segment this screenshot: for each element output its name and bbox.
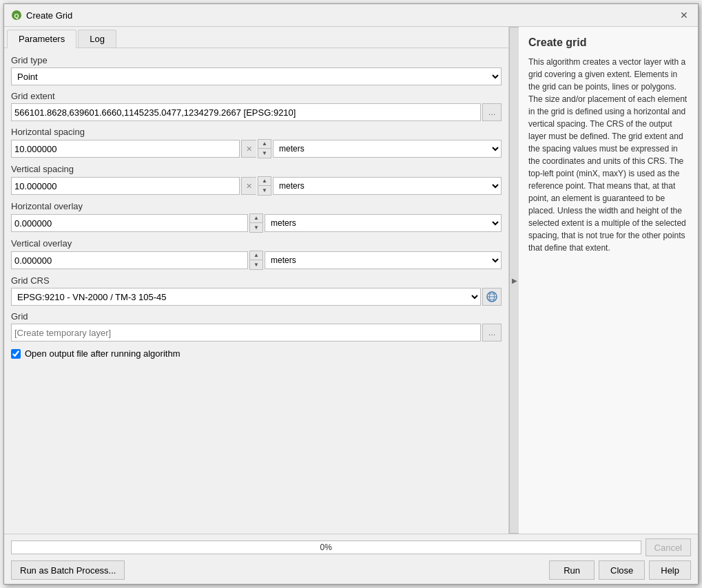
crs-globe-button[interactable]: [482, 288, 502, 306]
svg-text:Q: Q: [14, 12, 19, 19]
grid-crs-label: Grid CRS: [11, 275, 502, 286]
horizontal-overlay-up-button[interactable]: ▲: [250, 214, 262, 223]
progress-text: 0%: [320, 543, 332, 552]
vertical-overlay-down-button[interactable]: ▼: [250, 260, 262, 269]
horizontal-spacing-clear-button[interactable]: ✕: [241, 140, 256, 158]
horizontal-overlay-spinner: ▲ ▼: [249, 213, 263, 233]
title-bar: Q Create Grid ✕: [4, 4, 698, 27]
cancel-button[interactable]: Cancel: [646, 538, 691, 556]
batch-process-button[interactable]: Run as Batch Process...: [11, 560, 125, 580]
vertical-spacing-spinner: ▲ ▼: [258, 176, 271, 196]
help-text: This algorithm creates a vector layer wi…: [528, 56, 688, 254]
vertical-spacing-input[interactable]: [11, 177, 240, 195]
grid-crs-row: EPSG:9210 - VN-2000 / TM-3 105-45: [11, 288, 502, 306]
close-icon[interactable]: ✕: [677, 8, 691, 22]
vertical-overlay-spinner: ▲ ▼: [249, 251, 263, 270]
right-panel: Create grid This algorithm creates a vec…: [519, 27, 698, 534]
vertical-spacing-clear-button[interactable]: ✕: [241, 177, 256, 195]
panel-collapse-button[interactable]: ▶: [509, 27, 519, 534]
grid-type-select[interactable]: Point Line Rectangle (Polygon) Diamond (…: [11, 67, 502, 85]
horizontal-spacing-units-select[interactable]: meters feet degrees: [273, 140, 502, 158]
tab-parameters[interactable]: Parameters: [7, 30, 76, 48]
horizontal-spacing-input[interactable]: [11, 140, 240, 158]
horizontal-spacing-up-button[interactable]: ▲: [258, 140, 271, 149]
extent-browse-button[interactable]: …: [482, 103, 502, 121]
bottom-bar: 0% Cancel Run as Batch Process... Run Cl…: [4, 534, 698, 584]
horizontal-spacing-down-button[interactable]: ▼: [258, 149, 271, 158]
grid-type-row: Point Line Rectangle (Polygon) Diamond (…: [11, 67, 502, 85]
horizontal-spacing-spinner: ▲ ▼: [258, 139, 271, 158]
vertical-overlay-up-button[interactable]: ▲: [250, 251, 262, 260]
progress-row: 0% Cancel: [11, 538, 691, 556]
grid-output-input[interactable]: [11, 324, 481, 342]
vertical-overlay-input[interactable]: [11, 251, 248, 269]
open-output-checkbox[interactable]: [11, 349, 21, 359]
grid-extent-input[interactable]: [11, 103, 481, 121]
qgis-icon: Q: [11, 10, 22, 21]
close-dialog-button[interactable]: Close: [599, 560, 645, 580]
left-panel: Parameters Log Grid type Point Line Rect…: [4, 27, 509, 534]
horizontal-overlay-down-button[interactable]: ▼: [250, 223, 262, 232]
vertical-spacing-up-button[interactable]: ▲: [258, 177, 271, 186]
dialog-title: Create Grid: [26, 10, 673, 21]
grid-extent-label: Grid extent: [11, 91, 502, 101]
open-output-row: Open output file after running algorithm: [11, 348, 502, 359]
action-row: Run as Batch Process... Run Close Help: [11, 560, 691, 580]
grid-output-label: Grid: [11, 311, 502, 322]
create-grid-dialog: Q Create Grid ✕ Parameters Log Grid type…: [3, 3, 699, 585]
vertical-spacing-units-select[interactable]: meters feet degrees: [273, 177, 502, 195]
help-title: Create grid: [528, 36, 688, 49]
horizontal-spacing-row: ✕ ▲ ▼ meters feet degrees: [11, 139, 502, 158]
output-browse-button[interactable]: …: [482, 324, 502, 342]
tab-log[interactable]: Log: [78, 30, 116, 48]
vertical-spacing-label: Vertical spacing: [11, 164, 502, 174]
grid-extent-row: …: [11, 103, 502, 121]
horizontal-overlay-input[interactable]: [11, 214, 248, 232]
grid-type-label: Grid type: [11, 55, 502, 65]
globe-icon: [486, 291, 498, 303]
vertical-spacing-down-button[interactable]: ▼: [258, 186, 271, 195]
grid-output-row: …: [11, 324, 502, 342]
grid-crs-select[interactable]: EPSG:9210 - VN-2000 / TM-3 105-45: [11, 288, 481, 306]
horizontal-spacing-label: Horizontal spacing: [11, 127, 502, 137]
run-button[interactable]: Run: [549, 560, 595, 580]
vertical-overlay-row: ▲ ▼ meters feet degrees: [11, 251, 502, 270]
vertical-spacing-row: ✕ ▲ ▼ meters feet degrees: [11, 176, 502, 196]
parameters-area: Grid type Point Line Rectangle (Polygon)…: [4, 48, 508, 534]
tabs: Parameters Log: [4, 27, 508, 48]
right-action-buttons: Run Close Help: [549, 560, 691, 580]
vertical-overlay-label: Vertical overlay: [11, 238, 502, 249]
open-output-label: Open output file after running algorithm: [25, 348, 180, 359]
horizontal-overlay-units-select[interactable]: meters feet degrees: [265, 214, 502, 232]
horizontal-overlay-row: ▲ ▼ meters feet degrees: [11, 213, 502, 233]
help-button[interactable]: Help: [649, 560, 691, 580]
horizontal-overlay-label: Horizontal overlay: [11, 201, 502, 211]
progress-bar-container: 0%: [11, 540, 641, 554]
vertical-overlay-units-select[interactable]: meters feet degrees: [265, 251, 502, 269]
content-area: Parameters Log Grid type Point Line Rect…: [4, 27, 698, 534]
